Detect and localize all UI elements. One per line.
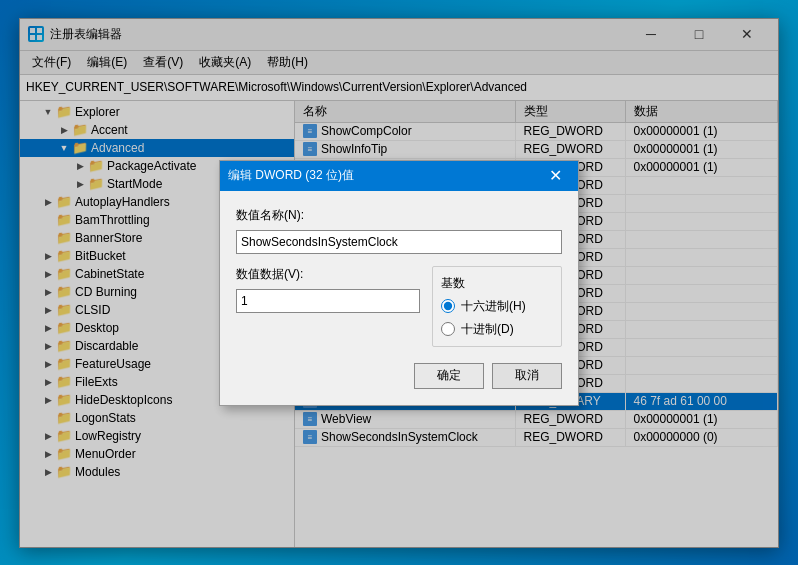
radio-group: 十六进制(H) 十进制(D) [441, 298, 553, 338]
cancel-button[interactable]: 取消 [492, 363, 562, 389]
radio-dec-input[interactable] [441, 322, 455, 336]
dialog-row: 数值数据(V): 基数 十六进制(H) 十进制( [236, 266, 562, 347]
name-input[interactable] [236, 230, 562, 254]
dialog-buttons: 确定 取消 [236, 363, 562, 389]
data-label: 数值数据(V): [236, 266, 420, 283]
base-label: 基数 [441, 275, 553, 292]
radio-hex[interactable]: 十六进制(H) [441, 298, 553, 315]
value-col: 数值数据(V): [236, 266, 420, 347]
data-input[interactable] [236, 289, 420, 313]
edit-dword-dialog: 编辑 DWORD (32 位)值 ✕ 数值名称(N): 数值数据(V): 基数 [219, 160, 579, 406]
ok-button[interactable]: 确定 [414, 363, 484, 389]
dialog-overlay: 编辑 DWORD (32 位)值 ✕ 数值名称(N): 数值数据(V): 基数 [0, 0, 798, 565]
base-col: 基数 十六进制(H) 十进制(D) [432, 266, 562, 347]
radio-dec[interactable]: 十进制(D) [441, 321, 553, 338]
radio-hex-label: 十六进制(H) [461, 298, 526, 315]
dialog-titlebar: 编辑 DWORD (32 位)值 ✕ [220, 161, 578, 191]
dialog-title: 编辑 DWORD (32 位)值 [228, 167, 540, 184]
dialog-close-button[interactable]: ✕ [540, 161, 570, 191]
dialog-body: 数值名称(N): 数值数据(V): 基数 十六进制(H) [220, 191, 578, 405]
radio-dec-label: 十进制(D) [461, 321, 514, 338]
name-label: 数值名称(N): [236, 207, 562, 224]
base-box: 基数 十六进制(H) 十进制(D) [432, 266, 562, 347]
radio-hex-input[interactable] [441, 299, 455, 313]
